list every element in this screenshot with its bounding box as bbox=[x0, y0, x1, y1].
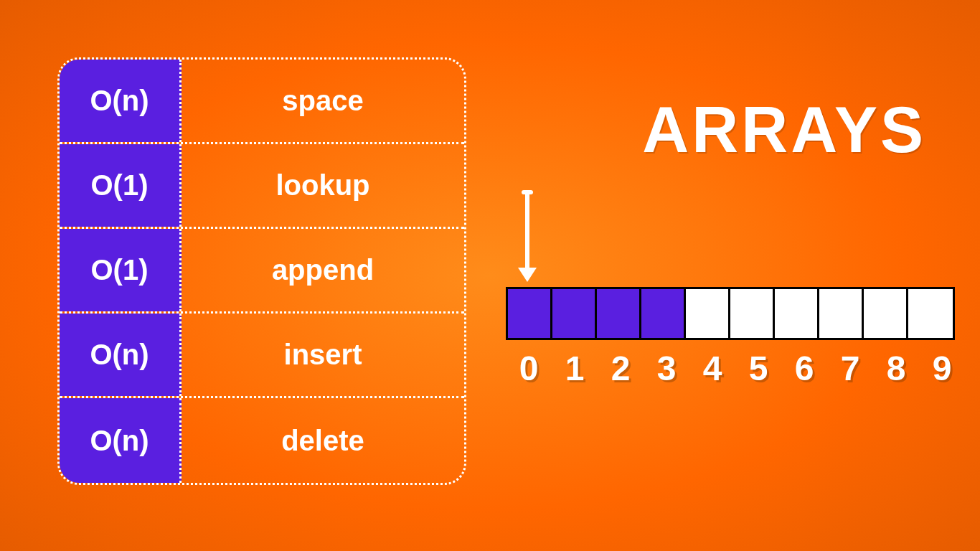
array-cell bbox=[730, 289, 775, 338]
index-label: 1 bbox=[552, 349, 598, 388]
array-cell bbox=[908, 289, 953, 338]
complexity-operation: delete bbox=[182, 398, 464, 483]
complexity-bigO: O(n) bbox=[60, 314, 182, 396]
index-label: 5 bbox=[735, 349, 781, 388]
complexity-bigO: O(n) bbox=[60, 398, 182, 483]
array-indices: 0 1 2 3 4 5 6 7 8 9 bbox=[506, 349, 965, 388]
complexity-operation: lookup bbox=[182, 144, 464, 227]
complexity-operation: space bbox=[182, 60, 464, 142]
array-cell bbox=[508, 289, 552, 338]
complexity-bigO: O(1) bbox=[60, 229, 182, 311]
array-cell bbox=[775, 289, 819, 338]
complexity-row-lookup: O(1) lookup bbox=[60, 144, 464, 229]
index-label: 7 bbox=[827, 349, 873, 388]
complexity-bigO: O(1) bbox=[60, 144, 182, 227]
complexity-row-delete: O(n) delete bbox=[60, 398, 464, 483]
array-cell bbox=[597, 289, 641, 338]
array-cell bbox=[686, 289, 730, 338]
page-title: ARRAYS bbox=[642, 93, 926, 167]
index-label: 8 bbox=[873, 349, 919, 388]
complexity-operation: append bbox=[182, 229, 464, 311]
index-label: 3 bbox=[644, 349, 689, 388]
complexity-row-insert: O(n) insert bbox=[60, 314, 464, 398]
complexity-row-space: O(n) space bbox=[60, 60, 464, 144]
complexity-row-append: O(1) append bbox=[60, 229, 464, 314]
index-label: 6 bbox=[781, 349, 827, 388]
arrow-down-icon bbox=[525, 190, 529, 269]
index-label: 9 bbox=[919, 349, 965, 388]
complexity-operation: insert bbox=[182, 314, 464, 396]
complexity-table: O(n) space O(1) lookup O(1) append O(n) … bbox=[57, 57, 466, 485]
array-cell bbox=[641, 289, 686, 338]
array-cell bbox=[552, 289, 597, 338]
array-visualization bbox=[506, 287, 955, 340]
array-cell bbox=[864, 289, 908, 338]
complexity-bigO: O(n) bbox=[60, 60, 182, 142]
index-label: 0 bbox=[506, 349, 552, 388]
array-cell bbox=[819, 289, 864, 338]
index-label: 2 bbox=[598, 349, 644, 388]
index-label: 4 bbox=[689, 349, 735, 388]
